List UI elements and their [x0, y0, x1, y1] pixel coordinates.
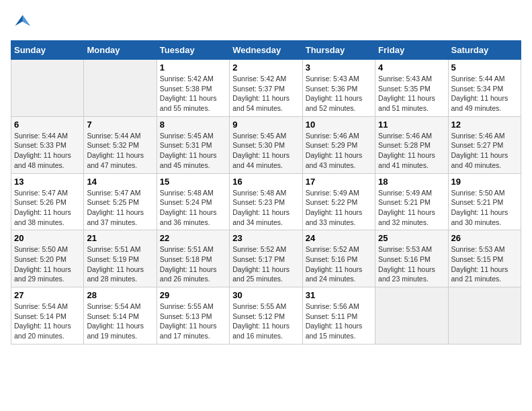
- day-header-thursday: Thursday: [302, 41, 375, 60]
- day-number: 12: [451, 120, 518, 130]
- calendar-cell: 23Sunrise: 5:52 AM Sunset: 5:17 PM Dayli…: [230, 230, 302, 287]
- day-number: 11: [378, 120, 445, 130]
- calendar-cell: 29Sunrise: 5:55 AM Sunset: 5:13 PM Dayli…: [157, 287, 229, 345]
- calendar-cell: 12Sunrise: 5:46 AM Sunset: 5:27 PM Dayli…: [448, 116, 521, 173]
- day-info: Sunrise: 5:45 AM Sunset: 5:31 PM Dayligh…: [160, 131, 226, 171]
- day-number: 23: [232, 233, 299, 243]
- calendar-cell: 20Sunrise: 5:50 AM Sunset: 5:20 PM Dayli…: [11, 230, 84, 287]
- page-header: [11, 11, 521, 32]
- day-info: Sunrise: 5:44 AM Sunset: 5:32 PM Dayligh…: [87, 131, 153, 171]
- day-number: 6: [14, 120, 81, 130]
- day-number: 18: [378, 177, 445, 187]
- calendar-week-2: 6Sunrise: 5:44 AM Sunset: 5:33 PM Daylig…: [11, 116, 521, 173]
- day-number: 3: [306, 62, 372, 73]
- calendar-cell: 15Sunrise: 5:48 AM Sunset: 5:24 PM Dayli…: [157, 173, 229, 230]
- day-number: 21: [87, 233, 153, 243]
- calendar-cell: 31Sunrise: 5:56 AM Sunset: 5:11 PM Dayli…: [302, 287, 375, 345]
- calendar-cell: 27Sunrise: 5:54 AM Sunset: 5:14 PM Dayli…: [11, 287, 84, 345]
- day-info: Sunrise: 5:42 AM Sunset: 5:37 PM Dayligh…: [232, 74, 299, 113]
- day-number: 27: [14, 290, 81, 300]
- day-number: 4: [378, 62, 445, 73]
- day-number: 22: [160, 233, 226, 243]
- day-number: 10: [306, 120, 372, 130]
- day-number: 17: [306, 177, 372, 187]
- day-number: 31: [306, 290, 372, 300]
- calendar-cell: 22Sunrise: 5:51 AM Sunset: 5:18 PM Dayli…: [157, 230, 229, 287]
- day-info: Sunrise: 5:46 AM Sunset: 5:29 PM Dayligh…: [306, 131, 372, 171]
- calendar-cell: 28Sunrise: 5:54 AM Sunset: 5:14 PM Dayli…: [84, 287, 157, 345]
- day-header-tuesday: Tuesday: [157, 41, 229, 60]
- day-info: Sunrise: 5:46 AM Sunset: 5:27 PM Dayligh…: [451, 131, 518, 171]
- calendar-cell: 11Sunrise: 5:46 AM Sunset: 5:28 PM Dayli…: [375, 116, 448, 173]
- day-info: Sunrise: 5:43 AM Sunset: 5:36 PM Dayligh…: [306, 74, 372, 113]
- day-number: 15: [160, 177, 226, 187]
- day-number: 25: [378, 233, 445, 243]
- calendar-cell: 18Sunrise: 5:49 AM Sunset: 5:21 PM Dayli…: [375, 173, 448, 230]
- calendar-cell: 5Sunrise: 5:44 AM Sunset: 5:34 PM Daylig…: [448, 60, 521, 117]
- day-number: 19: [451, 177, 518, 187]
- day-number: 26: [451, 233, 518, 243]
- calendar-cell: 10Sunrise: 5:46 AM Sunset: 5:29 PM Dayli…: [302, 116, 375, 173]
- calendar-cell: 25Sunrise: 5:53 AM Sunset: 5:16 PM Dayli…: [375, 230, 448, 287]
- calendar-cell: 2Sunrise: 5:42 AM Sunset: 5:37 PM Daylig…: [230, 60, 302, 117]
- calendar-cell: 13Sunrise: 5:47 AM Sunset: 5:26 PM Dayli…: [11, 173, 84, 230]
- day-header-saturday: Saturday: [448, 41, 521, 60]
- day-info: Sunrise: 5:52 AM Sunset: 5:16 PM Dayligh…: [306, 244, 372, 284]
- calendar-cell: 30Sunrise: 5:55 AM Sunset: 5:12 PM Dayli…: [230, 287, 302, 345]
- day-number: 8: [160, 120, 226, 130]
- calendar-cell: [375, 287, 448, 345]
- calendar-cell: 26Sunrise: 5:53 AM Sunset: 5:15 PM Dayli…: [448, 230, 521, 287]
- day-info: Sunrise: 5:54 AM Sunset: 5:14 PM Dayligh…: [87, 302, 153, 341]
- calendar-week-5: 27Sunrise: 5:54 AM Sunset: 5:14 PM Dayli…: [11, 287, 521, 345]
- logo: [11, 11, 35, 32]
- day-number: 16: [232, 177, 299, 187]
- calendar-cell: 16Sunrise: 5:48 AM Sunset: 5:23 PM Dayli…: [230, 173, 302, 230]
- day-number: 24: [306, 233, 372, 243]
- calendar-week-1: 1Sunrise: 5:42 AM Sunset: 5:38 PM Daylig…: [11, 60, 521, 117]
- day-info: Sunrise: 5:48 AM Sunset: 5:24 PM Dayligh…: [160, 188, 226, 228]
- day-info: Sunrise: 5:44 AM Sunset: 5:33 PM Dayligh…: [14, 131, 81, 171]
- day-info: Sunrise: 5:46 AM Sunset: 5:28 PM Dayligh…: [378, 131, 445, 171]
- day-info: Sunrise: 5:47 AM Sunset: 5:25 PM Dayligh…: [87, 188, 153, 228]
- calendar-cell: 8Sunrise: 5:45 AM Sunset: 5:31 PM Daylig…: [157, 116, 229, 173]
- day-info: Sunrise: 5:55 AM Sunset: 5:13 PM Dayligh…: [160, 302, 226, 341]
- day-info: Sunrise: 5:48 AM Sunset: 5:23 PM Dayligh…: [232, 188, 299, 228]
- calendar-week-3: 13Sunrise: 5:47 AM Sunset: 5:26 PM Dayli…: [11, 173, 521, 230]
- day-header-wednesday: Wednesday: [230, 41, 302, 60]
- day-info: Sunrise: 5:51 AM Sunset: 5:18 PM Dayligh…: [160, 244, 226, 284]
- day-info: Sunrise: 5:49 AM Sunset: 5:21 PM Dayligh…: [378, 188, 445, 228]
- day-info: Sunrise: 5:44 AM Sunset: 5:34 PM Dayligh…: [451, 74, 518, 113]
- day-info: Sunrise: 5:50 AM Sunset: 5:20 PM Dayligh…: [14, 244, 81, 284]
- day-number: 30: [232, 290, 299, 300]
- day-info: Sunrise: 5:42 AM Sunset: 5:38 PM Dayligh…: [160, 74, 226, 113]
- day-info: Sunrise: 5:49 AM Sunset: 5:22 PM Dayligh…: [306, 188, 372, 228]
- day-number: 7: [87, 120, 153, 130]
- day-info: Sunrise: 5:45 AM Sunset: 5:30 PM Dayligh…: [232, 131, 299, 171]
- calendar-cell: [84, 60, 157, 117]
- calendar-cell: 21Sunrise: 5:51 AM Sunset: 5:19 PM Dayli…: [84, 230, 157, 287]
- calendar-cell: 7Sunrise: 5:44 AM Sunset: 5:32 PM Daylig…: [84, 116, 157, 173]
- day-header-friday: Friday: [375, 41, 448, 60]
- day-info: Sunrise: 5:56 AM Sunset: 5:11 PM Dayligh…: [306, 302, 372, 341]
- calendar-cell: 9Sunrise: 5:45 AM Sunset: 5:30 PM Daylig…: [230, 116, 302, 173]
- calendar-cell: 14Sunrise: 5:47 AM Sunset: 5:25 PM Dayli…: [84, 173, 157, 230]
- calendar-cell: 3Sunrise: 5:43 AM Sunset: 5:36 PM Daylig…: [302, 60, 375, 117]
- calendar-cell: 1Sunrise: 5:42 AM Sunset: 5:38 PM Daylig…: [157, 60, 229, 117]
- calendar-cell: [448, 287, 521, 345]
- calendar-table: SundayMondayTuesdayWednesdayThursdayFrid…: [11, 40, 521, 345]
- calendar-cell: 6Sunrise: 5:44 AM Sunset: 5:33 PM Daylig…: [11, 116, 84, 173]
- day-info: Sunrise: 5:43 AM Sunset: 5:35 PM Dayligh…: [378, 74, 445, 113]
- day-number: 5: [451, 62, 518, 73]
- day-info: Sunrise: 5:55 AM Sunset: 5:12 PM Dayligh…: [232, 302, 299, 341]
- day-number: 29: [160, 290, 226, 300]
- day-header-sunday: Sunday: [11, 41, 84, 60]
- day-info: Sunrise: 5:54 AM Sunset: 5:14 PM Dayligh…: [14, 302, 81, 341]
- day-info: Sunrise: 5:51 AM Sunset: 5:19 PM Dayligh…: [87, 244, 153, 284]
- day-number: 28: [87, 290, 153, 300]
- day-number: 13: [14, 177, 81, 187]
- calendar-header-row: SundayMondayTuesdayWednesdayThursdayFrid…: [11, 41, 521, 60]
- calendar-cell: 19Sunrise: 5:50 AM Sunset: 5:21 PM Dayli…: [448, 173, 521, 230]
- day-number: 20: [14, 233, 81, 243]
- logo-icon: [11, 11, 32, 32]
- calendar-cell: 17Sunrise: 5:49 AM Sunset: 5:22 PM Dayli…: [302, 173, 375, 230]
